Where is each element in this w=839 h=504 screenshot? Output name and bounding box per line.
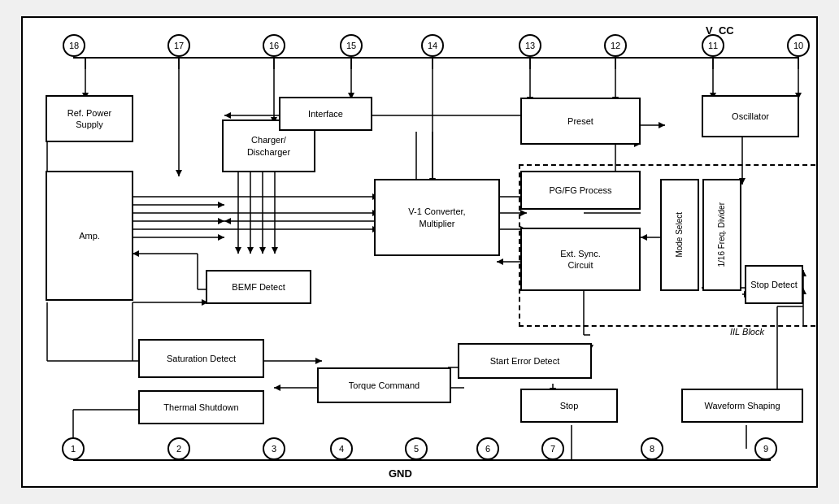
pin-13-circle: 13 (519, 34, 541, 57)
pin-1-circle: 1 (62, 437, 85, 460)
svg-marker-31 (224, 112, 231, 119)
svg-marker-89 (218, 218, 224, 224)
pin-5-circle: 5 (405, 437, 428, 460)
gnd-label: GND (389, 467, 412, 480)
svg-marker-81 (247, 247, 254, 254)
preset-block: Preset (520, 98, 641, 145)
svg-marker-37 (659, 122, 665, 128)
svg-marker-87 (218, 202, 224, 208)
svg-marker-56 (497, 259, 503, 265)
svg-marker-83 (259, 247, 266, 254)
bemf-detect-block: BEMF Detect (206, 270, 311, 304)
pin-7-circle: 7 (541, 437, 564, 460)
pin-14-circle: 14 (421, 34, 444, 57)
svg-marker-101 (315, 358, 322, 364)
pin-8-circle: 8 (641, 437, 663, 460)
svg-marker-91 (218, 234, 224, 241)
svg-marker-63 (274, 385, 280, 391)
stop-detect-block: Stop Detect (745, 265, 803, 304)
waveform-shaping-block: Waveform Shaping (681, 389, 803, 423)
pg-fg-process-block: PG/FG Process (520, 171, 641, 210)
amp-block: Amp. (46, 171, 133, 301)
ref-power-supply-block: Ref. PowerSupply (46, 95, 133, 142)
diagram-container: V_CC GND (21, 16, 818, 488)
pin-11-circle: 11 (702, 34, 724, 57)
oscillator-block: Oscillator (702, 95, 799, 137)
pin-9-circle: 9 (754, 437, 777, 460)
pin-12-circle: 12 (604, 34, 627, 57)
ext-sync-circuit-block: Ext. Sync.Circuit (520, 228, 641, 291)
svg-marker-54 (224, 218, 231, 224)
pin-10-circle: 10 (787, 34, 810, 57)
pin-4-circle: 4 (330, 437, 353, 460)
iil-block-label: IIL Block (730, 327, 764, 337)
torque-command-block: Torque Command (317, 367, 451, 403)
freq-divider-block: 1/16 Freq. Divider (702, 179, 741, 291)
start-error-detect-block: Start Error Detect (458, 343, 592, 379)
stop-block: Stop (520, 389, 618, 423)
pin-6-circle: 6 (476, 437, 499, 460)
interface-block: Interface (279, 97, 372, 131)
thermal-shutdown-block: Thermal Shutdown (138, 390, 264, 424)
pin-16-circle: 16 (263, 34, 285, 57)
saturation-detect-block: Saturation Detect (138, 339, 264, 378)
svg-marker-79 (235, 247, 241, 254)
pin-3-circle: 3 (263, 437, 285, 460)
svg-marker-85 (272, 247, 278, 254)
pin-2-circle: 2 (167, 437, 190, 460)
v1-converter-block: V-1 Converter,Multiplier (374, 179, 500, 256)
pin-17-circle: 17 (167, 34, 190, 57)
svg-marker-23 (176, 170, 182, 176)
mode-select-block: Mode Select (660, 179, 699, 291)
pin-15-circle: 15 (340, 34, 363, 57)
svg-marker-77 (133, 250, 139, 257)
pin-18-circle: 18 (63, 34, 85, 57)
